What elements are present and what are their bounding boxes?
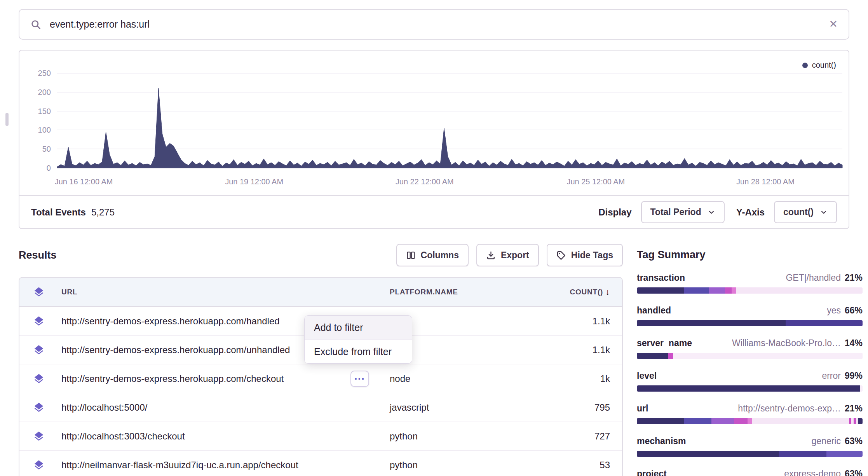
stack-icon bbox=[33, 402, 45, 413]
panel-resize-handle[interactable] bbox=[5, 113, 9, 126]
search-icon bbox=[30, 19, 41, 30]
svg-text:50: 50 bbox=[42, 145, 51, 153]
tag-top-value[interactable]: express-demo bbox=[784, 469, 841, 476]
tag-name: server_name bbox=[637, 338, 692, 348]
tag-bar-segment bbox=[786, 320, 863, 326]
table-row[interactable]: http://sentry-demos-express.herokuapp.co… bbox=[19, 364, 622, 393]
tag-bar-segment bbox=[736, 287, 863, 294]
tag-row: levelerror99% bbox=[637, 371, 863, 392]
svg-text:100: 100 bbox=[38, 126, 51, 134]
table-header: URL PLATFORM.NAME COUNT() ↓ bbox=[19, 278, 622, 307]
export-button[interactable]: Export bbox=[476, 244, 539, 266]
legend-label: count() bbox=[812, 61, 836, 70]
header-count[interactable]: COUNT() ↓ bbox=[557, 287, 622, 297]
clear-search-icon[interactable]: ✕ bbox=[829, 19, 838, 30]
url-cell[interactable]: http://localhost:3003/checkout bbox=[58, 431, 390, 442]
chart-plot: 050100150200250Jun 16 12:00 AMJun 19 12:… bbox=[19, 51, 849, 195]
tag-distribution-bar[interactable] bbox=[637, 385, 863, 392]
menu-item-exclude-from-filter[interactable]: Exclude from filter bbox=[305, 340, 412, 363]
events-chart-panel: 050100150200250Jun 16 12:00 AMJun 19 12:… bbox=[19, 50, 849, 229]
svg-text:200: 200 bbox=[38, 88, 51, 96]
results-heading: Results bbox=[19, 249, 57, 261]
hide-tags-button[interactable]: Hide Tags bbox=[547, 244, 623, 266]
table-row[interactable]: http://localhost:5000/javascript795 bbox=[19, 393, 622, 422]
tag-row: projectexpress-demo63% bbox=[637, 469, 863, 476]
tag-percentage: 63% bbox=[845, 469, 863, 476]
tag-bar-segment bbox=[779, 451, 826, 457]
header-platform[interactable]: PLATFORM.NAME bbox=[390, 288, 557, 296]
tag-bar-segment bbox=[637, 287, 684, 294]
platform-cell: python bbox=[390, 460, 557, 471]
count-cell: 1k bbox=[557, 373, 622, 384]
table-row[interactable]: http://neilmanvar-flask-m3uuizd7iq-uc.a.… bbox=[19, 451, 622, 476]
header-count-label: COUNT() bbox=[570, 288, 603, 296]
tag-bar-segment bbox=[734, 418, 748, 424]
chart-legend: count() bbox=[802, 61, 836, 70]
tag-top-value[interactable]: error bbox=[822, 371, 841, 381]
tag-name: level bbox=[637, 371, 657, 381]
tag-row: mechanismgeneric63% bbox=[637, 436, 863, 457]
svg-text:Jun 16 12:00 AM: Jun 16 12:00 AM bbox=[55, 177, 113, 186]
display-select[interactable]: Total Period bbox=[641, 201, 725, 223]
yaxis-select[interactable]: count() bbox=[774, 201, 837, 223]
tag-bar-segment bbox=[826, 451, 863, 457]
svg-text:250: 250 bbox=[38, 69, 51, 77]
tag-top-value[interactable]: Williams-MacBook-Pro.lo… bbox=[732, 338, 841, 348]
tag-name: mechanism bbox=[637, 436, 686, 446]
chevron-down-icon bbox=[820, 208, 828, 216]
tag-distribution-bar[interactable] bbox=[637, 451, 863, 457]
menu-item-add-to-filter[interactable]: Add to filter bbox=[305, 316, 412, 340]
tag-percentage: 99% bbox=[845, 371, 863, 381]
chart-footer: Total Events 5,275 Display Total Period … bbox=[19, 195, 849, 228]
tag-distribution-bar[interactable] bbox=[637, 418, 863, 424]
url-cell[interactable]: http://neilmanvar-flask-m3uuizd7iq-uc.a.… bbox=[58, 460, 390, 471]
tag-bar-segment bbox=[711, 418, 734, 424]
tag-bar-segment bbox=[709, 287, 725, 294]
sort-desc-icon: ↓ bbox=[605, 287, 610, 297]
tag-top-value[interactable]: GET|/handled bbox=[786, 273, 841, 283]
download-icon bbox=[486, 250, 496, 260]
svg-text:Jun 28 12:00 AM: Jun 28 12:00 AM bbox=[736, 177, 795, 186]
tag-name: url bbox=[637, 403, 648, 414]
tag-distribution-bar[interactable] bbox=[637, 320, 863, 326]
url-cell[interactable]: http://localhost:5000/ bbox=[58, 402, 390, 413]
tag-top-value[interactable]: yes bbox=[827, 305, 841, 316]
platform-cell: node bbox=[390, 373, 557, 384]
count-cell: 795 bbox=[557, 402, 622, 413]
events-chart[interactable]: 050100150200250Jun 16 12:00 AMJun 19 12:… bbox=[19, 51, 849, 195]
tag-top-value[interactable]: http://sentry-demos-exp… bbox=[738, 403, 841, 414]
tag-icon bbox=[556, 250, 566, 260]
columns-icon bbox=[406, 250, 416, 260]
stack-icon bbox=[33, 373, 45, 385]
search-input[interactable] bbox=[49, 18, 821, 30]
tag-row: server_nameWilliams-MacBook-Pro.lo…14% bbox=[637, 338, 863, 359]
tag-bar-segment bbox=[637, 320, 786, 326]
tag-distribution-bar[interactable] bbox=[637, 287, 863, 294]
columns-button[interactable]: Columns bbox=[396, 244, 469, 266]
tag-name: handled bbox=[637, 305, 671, 316]
table-row[interactable]: http://localhost:3003/checkoutpython727 bbox=[19, 422, 622, 451]
hide-tags-button-label: Hide Tags bbox=[571, 250, 613, 261]
url-cell[interactable]: http://sentry-demos-express.herokuapp.co… bbox=[58, 373, 390, 384]
header-url[interactable]: URL bbox=[58, 288, 390, 296]
svg-text:0: 0 bbox=[47, 164, 51, 172]
chevron-down-icon bbox=[708, 208, 715, 216]
tag-percentage: 63% bbox=[845, 436, 863, 446]
tag-distribution-bar[interactable] bbox=[637, 353, 863, 359]
svg-text:Jun 19 12:00 AM: Jun 19 12:00 AM bbox=[225, 177, 283, 186]
tag-row: transactionGET|/handled21% bbox=[637, 273, 863, 294]
tag-summary-panel: Tag Summary transactionGET|/handled21%ha… bbox=[637, 244, 868, 476]
tag-summary-heading: Tag Summary bbox=[637, 249, 863, 261]
results-table: URL PLATFORM.NAME COUNT() ↓ http://sentr… bbox=[19, 277, 623, 476]
tag-top-value[interactable]: generic bbox=[812, 436, 841, 446]
tag-name: transaction bbox=[637, 273, 685, 283]
tag-bar-segment bbox=[858, 418, 863, 424]
row-actions-button[interactable]: ⋯ bbox=[350, 371, 369, 387]
svg-text:Jun 25 12:00 AM: Jun 25 12:00 AM bbox=[566, 177, 625, 186]
tag-percentage: 21% bbox=[845, 403, 863, 414]
stack-icon bbox=[33, 315, 45, 327]
tag-bar-segment bbox=[752, 418, 849, 424]
count-cell: 53 bbox=[557, 460, 622, 471]
search-bar: ✕ bbox=[19, 9, 849, 40]
tag-percentage: 66% bbox=[845, 305, 863, 316]
